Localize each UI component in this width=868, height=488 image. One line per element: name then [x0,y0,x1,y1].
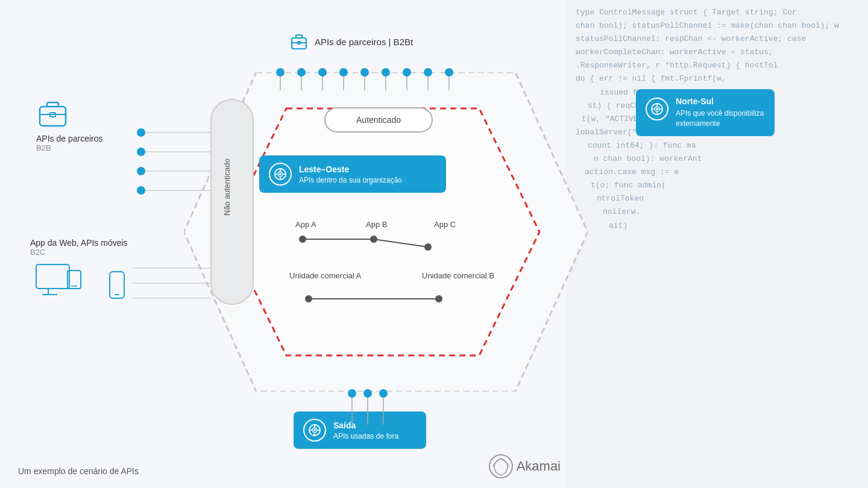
svg-point-62 [299,236,306,243]
svg-point-21 [382,68,390,77]
svg-point-72 [363,389,372,398]
b2c-section: App da Web, APIs móveis B2C [30,238,129,306]
b2c-line2: B2C [30,248,129,257]
svg-point-73 [379,389,388,398]
b2b-line1: APIs de parceiros [36,134,103,143]
b2c-phone-icon [105,271,129,304]
b2c-lines [133,259,211,307]
svg-rect-6 [211,99,253,304]
app-a-label: App A [295,220,316,229]
code-background: type ControlMessage struct { Target stri… [567,0,868,488]
top-api-text: APIs de parceiros | B2Bt [315,37,413,47]
autenticado-pill: Autenticado [324,107,433,133]
leste-oeste-text: Leste–Oeste APIs dentro da sua organizaç… [299,164,402,184]
unidade-connections [301,292,446,310]
svg-point-71 [348,389,356,398]
svg-point-41 [137,167,145,175]
b2c-devices-icon [30,261,84,304]
nao-autenticado-label: Não autenticado [221,158,232,216]
svg-point-66 [305,295,312,302]
svg-rect-43 [36,264,69,289]
b2b-section: APIs de parceiros B2B [36,99,103,152]
svg-point-63 [370,236,377,243]
top-dots-row [268,66,491,90]
norte-sul-icon [646,98,668,120]
bottom-dots [344,389,392,425]
svg-point-20 [360,68,369,77]
saida-icon [303,419,326,442]
svg-point-17 [297,68,306,77]
leste-oeste-icon [269,163,292,186]
akamai-logo: Akamai [488,454,561,479]
norte-sul-text: Norte-Sul APIs que você disponibiliza ex… [676,96,765,129]
briefcase-icon [289,33,309,50]
svg-point-31 [656,108,658,110]
app-connections [295,230,452,260]
app-c-label: App C [434,220,456,229]
svg-point-22 [403,68,411,77]
bottom-caption: Um exemplo de cenário de APIs [18,466,139,476]
svg-line-61 [374,239,428,247]
top-api-label: APIs de parceiros | B2Bt [289,33,413,50]
svg-point-80 [313,429,316,431]
app-b-label: App B [366,220,387,229]
svg-point-16 [276,68,285,77]
unidade-b-label: Unidade comercial B [422,271,494,281]
svg-point-64 [424,243,432,251]
b2b-line2: B2B [36,143,103,152]
svg-point-24 [445,68,453,77]
b2b-dots [133,120,211,217]
akamai-logo-icon [488,454,514,479]
svg-point-18 [318,68,327,77]
akamai-text: Akamai [517,458,561,474]
leste-oeste-box: Leste–Oeste APIs dentro da sua organizaç… [259,155,446,193]
svg-point-40 [137,148,145,156]
svg-point-23 [424,68,432,77]
unidade-a-label: Unidade comercial A [289,271,361,281]
svg-point-42 [137,186,145,195]
svg-point-67 [435,295,442,302]
svg-point-19 [339,68,348,77]
b2c-line1: App da Web, APIs móveis [30,238,129,248]
svg-point-59 [279,173,281,175]
gate-shape [205,93,259,310]
svg-point-39 [137,128,145,137]
norte-sul-box: Norte-Sul APIs que você disponibiliza ex… [636,89,775,136]
b2b-briefcase-icon [36,99,69,128]
